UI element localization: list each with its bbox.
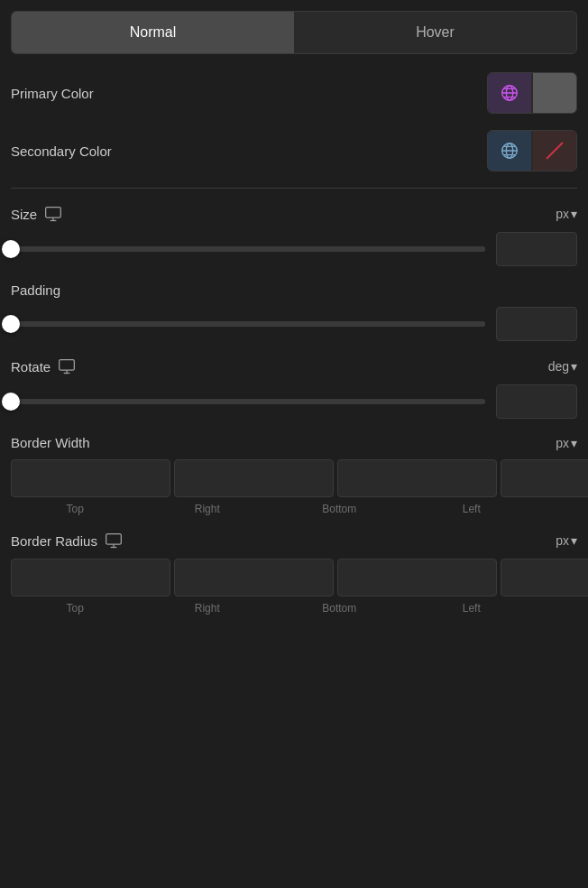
tab-bar: Normal Hover [11,11,577,54]
border-radius-left-input[interactable] [501,559,588,597]
rotate-input[interactable] [496,384,577,419]
border-radius-labels: Top Right Bottom Left [11,602,577,615]
padding-input[interactable] [496,307,577,341]
size-unit-label: px [556,207,569,221]
svg-rect-12 [46,208,61,218]
border-radius-inputs [11,559,577,597]
rotate-slider-row [11,384,577,419]
border-radius-section: Border Radius px ▾ Top Rig [11,532,577,615]
border-width-left-label: Left [408,503,537,515]
primary-color-swatches [487,72,577,114]
padding-slider[interactable] [11,321,485,327]
rotate-row: Rotate deg ▾ [11,357,577,375]
border-radius-label-text: Border Radius [11,533,97,549]
border-width-bottom-input[interactable] [337,459,497,497]
primary-color-section: Primary Color [11,72,577,114]
border-width-right-label: Right [143,503,272,515]
size-slider-track [11,246,485,252]
rotate-section: Rotate deg ▾ [11,357,577,419]
size-section: Size px ▾ [11,205,577,266]
rotate-label: Rotate [11,357,76,375]
size-monitor-icon [44,205,62,223]
primary-color-gray-swatch[interactable] [533,73,576,113]
rotate-unit-label: deg [548,359,569,374]
border-width-top-label: Top [11,503,140,515]
rotate-slider[interactable] [11,399,485,404]
border-radius-bottom-input[interactable] [337,559,497,597]
padding-section: Padding [11,282,577,341]
border-radius-top-input[interactable] [11,559,170,597]
svg-rect-18 [106,534,122,545]
border-width-left-input[interactable] [501,459,588,497]
border-width-label-gap [539,503,577,515]
divider [11,188,577,189]
border-width-labels: Top Right Bottom Left [11,503,577,515]
border-width-unit-label: px [556,436,569,450]
secondary-color-strike-swatch[interactable] [533,131,576,171]
size-label-text: Size [11,207,37,222]
size-slider-row [11,232,577,266]
primary-color-globe-swatch[interactable] [488,73,531,113]
size-slider-thumb[interactable] [2,240,20,258]
primary-color-row: Primary Color [11,72,577,114]
border-radius-right-label: Right [143,602,272,615]
border-width-top-input[interactable] [11,459,170,497]
border-width-row: Border Width px ▾ [11,435,577,450]
padding-label: Padding [11,282,60,298]
secondary-color-swatches [487,130,577,171]
size-label: Size [11,205,62,223]
border-radius-right-input[interactable] [174,559,334,597]
secondary-color-label: Secondary Color [11,143,112,159]
svg-rect-15 [60,360,75,371]
size-unit-dropdown[interactable]: px ▾ [556,207,577,221]
border-width-chevron-icon: ▾ [571,436,577,450]
secondary-color-section: Secondary Color [11,130,577,171]
rotate-monitor-icon [58,357,76,375]
rotate-chevron-icon: ▾ [571,359,577,374]
rotate-slider-thumb[interactable] [2,393,20,411]
border-width-inputs [11,459,577,497]
padding-slider-row [11,307,577,341]
border-width-right-input[interactable] [174,459,334,497]
border-radius-top-label: Top [11,602,140,615]
border-width-label: Border Width [11,435,90,450]
rotate-label-text: Rotate [11,359,51,375]
border-radius-unit-dropdown[interactable]: px ▾ [556,533,577,548]
border-radius-chevron-icon: ▾ [571,533,577,548]
size-input[interactable] [496,232,577,266]
border-radius-monitor-icon [105,532,123,550]
border-radius-label: Border Radius [11,532,123,550]
border-radius-left-label: Left [408,602,537,615]
border-radius-row: Border Radius px ▾ [11,532,577,550]
border-radius-bottom-label: Bottom [275,602,404,615]
border-radius-unit-label: px [556,533,569,548]
border-width-unit-dropdown[interactable]: px ▾ [556,436,577,450]
padding-slider-track [11,321,485,327]
border-width-section: Border Width px ▾ Top Right Bottom Left [11,435,577,515]
size-chevron-icon: ▾ [571,207,577,221]
rotate-unit-dropdown[interactable]: deg ▾ [548,359,577,374]
rotate-slider-track [11,399,485,404]
padding-slider-thumb[interactable] [2,315,20,333]
size-slider[interactable] [11,246,485,252]
border-width-bottom-label: Bottom [275,503,404,515]
size-row: Size px ▾ [11,205,577,223]
secondary-color-row: Secondary Color [11,130,577,171]
tab-normal[interactable]: Normal [12,12,294,53]
border-radius-label-gap [539,602,577,615]
secondary-color-globe-swatch[interactable] [488,131,531,171]
tab-hover[interactable]: Hover [294,12,576,53]
primary-color-label: Primary Color [11,86,94,101]
padding-row: Padding [11,282,577,298]
